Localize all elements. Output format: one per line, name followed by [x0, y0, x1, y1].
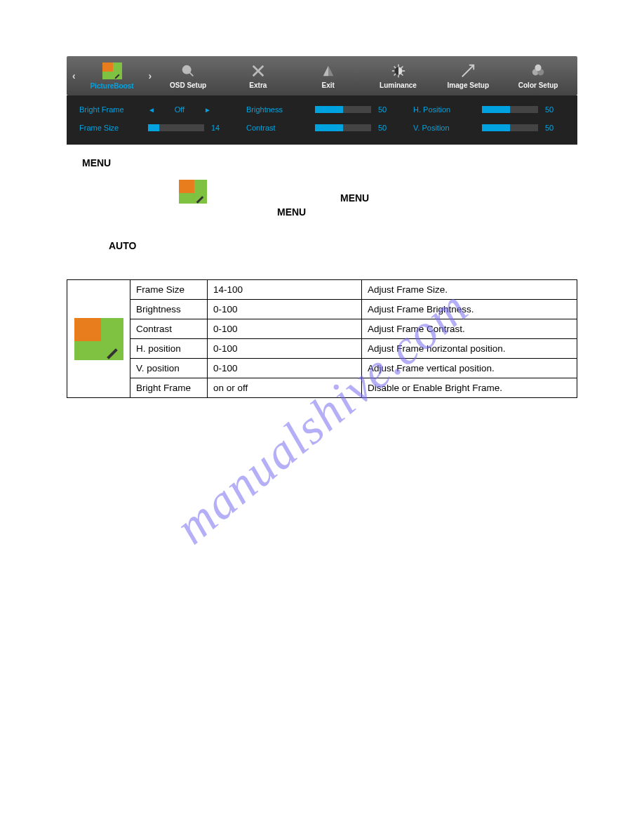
svg-point-3	[535, 64, 542, 70]
pictureboost-icon	[74, 318, 123, 360]
table-row: Contrast 0-100 Adjust Frame Contrast.	[67, 319, 577, 339]
table-cell: on or off	[208, 378, 362, 398]
table-cell: Disable or Enable Bright Frame.	[362, 378, 577, 398]
tab-label: PictureBoost	[90, 82, 133, 90]
tab-osd-setup[interactable]: OSD Setup	[153, 63, 223, 89]
tab-label: Luminance	[380, 81, 417, 89]
slider[interactable]	[148, 124, 204, 131]
setting-value: 50	[378, 124, 399, 132]
nav-right-arrow[interactable]: ›	[147, 70, 153, 81]
setting-brightness[interactable]: Brightness 50	[246, 105, 399, 114]
menu-text: MENU	[340, 192, 369, 204]
table-cell: H. position	[130, 339, 208, 359]
spec-table: Frame Size 14-100 Adjust Frame Size. Bri…	[67, 279, 577, 398]
table-cell: 0-100	[208, 300, 362, 319]
image-setup-icon	[460, 63, 476, 79]
slider[interactable]	[315, 106, 371, 113]
setting-v-position[interactable]: V. Position 50	[413, 124, 566, 132]
extra-icon	[250, 63, 266, 79]
osd-settings-panel: Bright Frame ◄ Off ► Brightness 50 H. Po…	[67, 95, 577, 145]
pictureboost-icon	[102, 62, 122, 79]
nav-left-arrow[interactable]: ‹	[71, 70, 77, 81]
table-row: V. position 0-100 Adjust Frame vertical …	[67, 359, 577, 378]
tab-exit[interactable]: Exit	[293, 63, 363, 89]
setting-label: Bright Frame	[79, 105, 141, 114]
table-icon-cell	[67, 280, 130, 398]
menu-text: MENU	[82, 157, 577, 168]
tab-label: Image Setup	[448, 81, 489, 89]
table-cell: 0-100	[208, 339, 362, 359]
tab-label: Color Setup	[518, 81, 558, 89]
tab-pictureboost[interactable]: PictureBoost	[77, 62, 147, 90]
setting-label: Brightness	[246, 105, 308, 114]
chevron-right-icon[interactable]: ►	[204, 106, 211, 114]
exit-icon	[321, 63, 336, 79]
instruction-text: MENU MENU MENU AUTO	[67, 145, 577, 251]
setting-value: 14	[211, 124, 232, 132]
chevron-left-icon[interactable]: ◄	[148, 106, 155, 114]
table-cell: Adjust Frame Size.	[362, 280, 577, 300]
menu-text: MENU	[277, 206, 577, 218]
slider[interactable]	[315, 124, 371, 131]
table-cell: 0-100	[208, 319, 362, 339]
table-cell: Bright Frame	[130, 378, 208, 398]
color-setup-icon	[530, 63, 546, 79]
table-cell: Adjust Frame Contrast.	[362, 319, 577, 339]
table-cell: 0-100	[208, 359, 362, 378]
setting-label: Contrast	[246, 124, 308, 132]
tab-luminance[interactable]: Luminance	[363, 63, 434, 89]
tab-label: OSD Setup	[170, 81, 206, 89]
table-row: H. position 0-100 Adjust Frame horizonta…	[67, 339, 577, 359]
setting-value: 50	[545, 124, 566, 132]
table-cell: Contrast	[130, 319, 208, 339]
table-cell: Adjust Frame horizontal position.	[362, 339, 577, 359]
setting-label: Frame Size	[79, 124, 141, 132]
setting-frame-size[interactable]: Frame Size 14	[79, 124, 232, 132]
tab-color-setup[interactable]: Color Setup	[503, 63, 573, 89]
table-row: Bright Frame on or off Disable or Enable…	[67, 378, 577, 398]
tab-extra[interactable]: Extra	[223, 63, 293, 89]
osd-tab-bar: ‹ PictureBoost › OSD Setup Extra Exit	[67, 56, 577, 95]
setting-value: 50	[378, 105, 399, 114]
setting-h-position[interactable]: H. Position 50	[413, 105, 566, 114]
setting-label: H. Position	[413, 105, 475, 114]
table-cell: Adjust Frame vertical position.	[362, 359, 577, 378]
table-row: Brightness 0-100 Adjust Frame Brightness…	[67, 300, 577, 319]
osd-setup-icon	[180, 63, 196, 79]
table-cell: Frame Size	[130, 280, 208, 300]
auto-text: AUTO	[109, 240, 577, 251]
table-row: Frame Size 14-100 Adjust Frame Size.	[67, 280, 577, 300]
table-cell: 14-100	[208, 280, 362, 300]
setting-value: 50	[545, 105, 566, 114]
slider[interactable]	[482, 124, 538, 131]
table-cell: Brightness	[130, 300, 208, 319]
table-cell: Adjust Frame Brightness.	[362, 300, 577, 319]
setting-contrast[interactable]: Contrast 50	[246, 124, 399, 132]
table-cell: V. position	[130, 359, 208, 378]
tab-label: Exit	[322, 81, 335, 89]
tab-image-setup[interactable]: Image Setup	[433, 63, 503, 89]
pictureboost-icon	[179, 180, 207, 204]
slider[interactable]	[482, 106, 538, 113]
setting-bright-frame[interactable]: Bright Frame ◄ Off ►	[79, 105, 232, 114]
setting-value: Off	[162, 105, 197, 114]
tab-label: Extra	[249, 81, 267, 89]
setting-label: V. Position	[413, 124, 475, 132]
luminance-icon	[391, 63, 406, 79]
